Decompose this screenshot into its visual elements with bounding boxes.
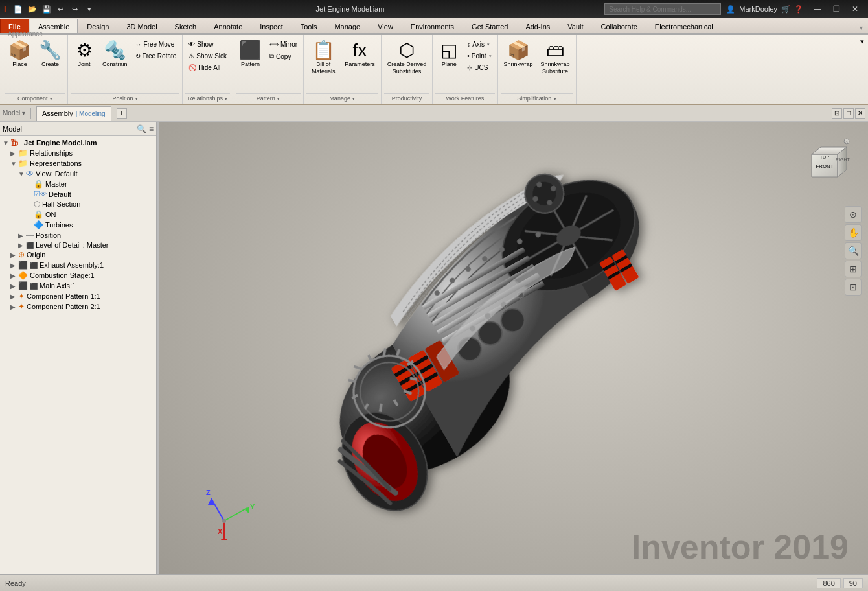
pan-button[interactable]: ✋ xyxy=(845,224,862,241)
tree-item-default[interactable]: ☑ 👁 Default xyxy=(0,189,156,199)
pattern2-toggle[interactable]: ▶ xyxy=(10,303,18,310)
representations-toggle[interactable]: ▼ xyxy=(10,160,18,167)
axis-dropdown[interactable]: ▾ xyxy=(487,42,490,47)
shrinkwrap-sub-button[interactable]: 🗃 ShrinkwrapSubstitute xyxy=(538,39,573,78)
new-button[interactable]: 📄 xyxy=(12,3,25,16)
position-toggle[interactable]: ▶ xyxy=(18,232,26,239)
open-button[interactable]: 📂 xyxy=(26,3,39,16)
tab-manage[interactable]: Manage xyxy=(326,19,369,33)
new-tab-button[interactable]: + xyxy=(117,108,127,119)
tree-menu-button[interactable]: ≡ xyxy=(149,124,154,133)
shopping-icon[interactable]: 🛒 xyxy=(781,5,790,14)
exhaust-toggle[interactable]: ▶ xyxy=(10,262,18,269)
tree-item-level-of-detail[interactable]: ▶ ⬛ Level of Detail : Master xyxy=(0,240,156,249)
bom-button[interactable]: 📋 Bill ofMaterials xyxy=(306,39,340,78)
ribbon-options[interactable]: ▾ xyxy=(859,35,865,104)
hide-all-button[interactable]: 🚫 Hide All xyxy=(185,62,230,73)
create-button[interactable]: 🔧 Create xyxy=(36,39,65,71)
copy-button[interactable]: ⧉ Copy xyxy=(266,51,301,62)
tree-search-button[interactable]: 🔍 xyxy=(137,124,146,133)
assembly-tab[interactable]: Assembly | Modeling xyxy=(36,106,111,121)
tab-tools[interactable]: Tools xyxy=(292,19,326,33)
lod-toggle[interactable]: ▶ xyxy=(18,242,26,249)
tab-get-started[interactable]: Get Started xyxy=(463,19,516,33)
relationships-toggle[interactable]: ▶ xyxy=(10,150,18,157)
restore-button[interactable]: ❐ xyxy=(827,2,845,16)
orbit-button[interactable]: ⊙ xyxy=(845,206,862,223)
joint-button[interactable]: ⚙ Joint xyxy=(71,39,98,71)
pattern-dropdown-arrow[interactable]: ▾ xyxy=(277,97,280,101)
zoom-window-button[interactable]: ⊞ xyxy=(845,261,862,277)
constrain-button[interactable]: 🔩 Constrain xyxy=(99,39,131,71)
place-button[interactable]: 📦 Place xyxy=(5,39,34,71)
tree-item-pattern-2[interactable]: ▶ ✦ Component Pattern 2:1 xyxy=(0,301,156,312)
mirror-button[interactable]: ⟺ Mirror xyxy=(266,39,301,50)
show-button[interactable]: 👁 Show xyxy=(185,39,230,50)
axis-button[interactable]: ↕ Axis ▾ xyxy=(464,39,494,50)
save-button[interactable]: 💾 xyxy=(40,3,53,16)
tab-vault[interactable]: Vault xyxy=(559,19,591,33)
view-default-toggle[interactable]: ▼ xyxy=(18,170,26,178)
manage-dropdown-arrow[interactable]: ▾ xyxy=(352,97,355,101)
modeling-tab-label[interactable]: | Modeling xyxy=(76,110,106,117)
3d-viewport[interactable]: Z Y X xyxy=(159,122,868,591)
maximize-window-button[interactable]: □ xyxy=(843,108,854,119)
tab-electromechanical[interactable]: Electromechanical xyxy=(646,19,722,33)
root-toggle[interactable]: ▼ xyxy=(3,139,10,146)
create-derived-button[interactable]: ⬡ Create DerivedSubstitutes xyxy=(384,39,430,78)
tab-collaborate[interactable]: Collaborate xyxy=(593,19,646,33)
close-window-button[interactable]: ✕ xyxy=(855,108,865,119)
tab-inspect[interactable]: Inspect xyxy=(251,19,291,33)
tab-sketch[interactable]: Sketch xyxy=(166,19,205,33)
zoom-all-button[interactable]: ⊡ xyxy=(845,279,862,296)
tree-root-item[interactable]: ▼ 🗜 _Jet Engine Model.iam xyxy=(0,137,156,148)
tree-item-main-axis[interactable]: ▶ ⬛ ⬛ Main Axis:1 xyxy=(0,281,156,291)
help-search-input[interactable] xyxy=(604,3,721,15)
point-button[interactable]: • Point ▾ xyxy=(464,51,494,62)
minimize-button[interactable]: — xyxy=(808,2,827,16)
show-sick-button[interactable]: ⚠ Show Sick xyxy=(185,51,230,62)
main-axis-toggle[interactable]: ▶ xyxy=(10,283,18,290)
tree-item-turbines[interactable]: 🔷 Turbines xyxy=(0,220,156,230)
zoom-button[interactable]: 🔍 xyxy=(845,242,862,259)
tab-add-ins[interactable]: Add-Ins xyxy=(517,19,558,33)
tab-3dmodel[interactable]: 3D Model xyxy=(119,19,166,33)
restore-window-button[interactable]: ⊡ xyxy=(832,108,842,119)
position-dropdown-arrow[interactable]: ▾ xyxy=(135,97,138,101)
component-dropdown-arrow[interactable]: ▾ xyxy=(50,97,52,101)
origin-toggle[interactable]: ▶ xyxy=(10,251,18,259)
tab-annotate[interactable]: Annotate xyxy=(205,19,251,33)
view-cube[interactable]: FRONT TOP RIGHT ⌂ xyxy=(800,138,852,190)
tree-item-combustion-stage[interactable]: ▶ 🔶 Combustion Stage:1 xyxy=(0,270,156,281)
tree-item-relationships[interactable]: ▶ 📁 Relationships xyxy=(0,148,156,158)
tab-design[interactable]: Design xyxy=(78,19,117,33)
tree-item-origin[interactable]: ▶ ⊕ Origin xyxy=(0,249,156,260)
relationships-dropdown-arrow[interactable]: ▾ xyxy=(225,97,227,101)
shrinkwrap-button[interactable]: 📦 Shrinkwrap xyxy=(501,39,536,71)
tree-item-view-default[interactable]: ▼ 👁 View: Default xyxy=(0,168,156,179)
simplification-dropdown-arrow[interactable]: ▾ xyxy=(554,97,556,101)
options-button[interactable]: ▾ xyxy=(83,3,96,16)
tab-view[interactable]: View xyxy=(369,19,402,33)
ucs-button[interactable]: ⊹ UCS xyxy=(464,62,494,73)
pattern-button[interactable]: ⬛ Pattern xyxy=(236,39,265,71)
tab-environments[interactable]: Environments xyxy=(402,19,463,33)
undo-button[interactable]: ↩ xyxy=(54,3,67,16)
plane-button[interactable]: ◱ Plane xyxy=(435,39,463,71)
tree-item-pattern-1[interactable]: ▶ ✦ Component Pattern 1:1 xyxy=(0,291,156,301)
point-dropdown[interactable]: ▾ xyxy=(489,54,492,59)
tree-item-master[interactable]: 🔒 Master xyxy=(0,179,156,189)
parameters-button[interactable]: fx Parameters xyxy=(341,39,378,71)
combustion-toggle[interactable]: ▶ xyxy=(10,272,18,279)
tree-item-exhaust-assembly[interactable]: ▶ ⬛ ⬛ Exhaust Assembly:1 xyxy=(0,260,156,270)
redo-button[interactable]: ↪ xyxy=(69,3,82,16)
help-icon[interactable]: ❓ xyxy=(794,5,803,14)
tree-item-representations[interactable]: ▼ 📁 Representations xyxy=(0,158,156,168)
tree-item-on[interactable]: 🔒 ON xyxy=(0,209,156,220)
close-button[interactable]: ✕ xyxy=(846,2,864,16)
tree-item-position[interactable]: ▶ — Position xyxy=(0,230,156,240)
free-move-button[interactable]: ↔ Free Move xyxy=(132,39,180,50)
pattern1-toggle[interactable]: ▶ xyxy=(10,293,18,300)
ribbon-display-options[interactable]: ▾ xyxy=(854,22,868,33)
tree-item-half-section[interactable]: ⬡ Half Section xyxy=(0,199,156,209)
